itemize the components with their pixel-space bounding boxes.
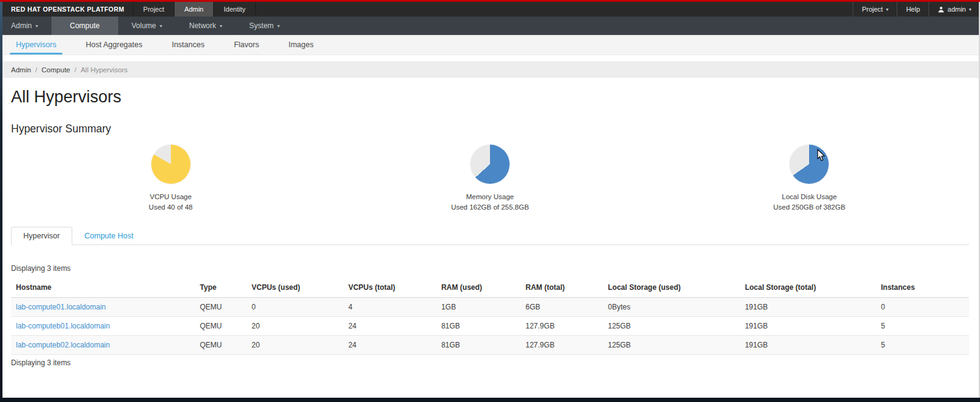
caret-down-icon: ▾ bbox=[160, 24, 162, 29]
breadcrumb-compute[interactable]: Compute bbox=[42, 66, 70, 74]
storage-used-cell: 125GB bbox=[603, 317, 741, 336]
storage-used-cell: 0Bytes bbox=[603, 298, 741, 317]
col-ram-used: RAM (used) bbox=[436, 278, 521, 298]
ram-total-cell: 6GB bbox=[521, 298, 603, 317]
page-title: All Hypervisors bbox=[11, 88, 969, 107]
pie-subtitle: Used 40 of 48 bbox=[149, 203, 193, 211]
vcpus-total-cell: 4 bbox=[344, 298, 437, 317]
ram-total-cell: 127.9GB bbox=[521, 317, 603, 336]
caret-down-icon: ▾ bbox=[36, 24, 38, 29]
type-cell: QEMU bbox=[195, 317, 246, 336]
pie-title: VCPU Usage bbox=[149, 193, 191, 200]
summary-heading: Hypervisor Summary bbox=[11, 123, 969, 135]
caret-down-icon: ▾ bbox=[886, 7, 888, 12]
storage-total-cell: 191GB bbox=[740, 317, 876, 336]
instances-cell: 5 bbox=[876, 336, 969, 355]
col-vcpus-total: VCPUs (total) bbox=[344, 278, 437, 298]
memory-usage-chart: Memory Usage Used 162GB of 255.8GB bbox=[330, 145, 649, 211]
nav-compute[interactable]: Compute bbox=[51, 17, 118, 35]
hostname-link[interactable]: lab-computeb02.localdomain bbox=[16, 341, 110, 349]
pie-subtitle: Used 250GB of 382GB bbox=[774, 203, 846, 211]
instances-cell: 0 bbox=[876, 298, 969, 317]
vcpus-used-cell: 0 bbox=[247, 298, 344, 317]
vcpus-total-cell: 24 bbox=[344, 336, 437, 355]
instances-cell: 5 bbox=[876, 317, 969, 336]
tab-compute-host[interactable]: Compute Host bbox=[72, 227, 146, 245]
vcpu-usage-pie bbox=[151, 145, 190, 184]
col-local-storage-total: Local Storage (total) bbox=[740, 278, 876, 298]
nav-admin[interactable]: Admin ▾ bbox=[0, 17, 51, 35]
table-row: lab-compute01.localdomain QEMU 0 4 1GB 6… bbox=[11, 298, 969, 317]
subnav-instances[interactable]: Instances bbox=[162, 35, 214, 55]
user-menu[interactable]: admin ▾ bbox=[929, 2, 980, 17]
window-bottom-frame bbox=[0, 398, 980, 402]
storage-total-cell: 191GB bbox=[740, 336, 876, 355]
hostname-cell: lab-computeb01.localdomain bbox=[11, 317, 195, 336]
vcpu-usage-chart: VCPU Usage Used 40 of 48 bbox=[11, 145, 330, 211]
col-ram-total: RAM (total) bbox=[521, 278, 603, 298]
ram-used-cell: 81GB bbox=[436, 336, 521, 355]
hypervisors-table: Hostname Type VCPUs (used) VCPUs (total)… bbox=[11, 278, 969, 355]
hostname-link[interactable]: lab-computeb01.localdomain bbox=[16, 322, 110, 330]
caret-down-icon: ▾ bbox=[277, 24, 280, 29]
top-bar: RED HAT OPENSTACK PLATFORM Project Admin… bbox=[0, 2, 980, 17]
local-disk-usage-pie bbox=[790, 145, 829, 184]
type-cell: QEMU bbox=[195, 298, 246, 317]
breadcrumb: Admin / Compute / All Hypervisors bbox=[0, 61, 980, 78]
item-count-bottom: Displaying 3 items bbox=[11, 358, 969, 367]
help-link[interactable]: Help bbox=[897, 2, 929, 17]
local-disk-usage-chart: Local Disk Usage Used 250GB of 382GB bbox=[650, 145, 969, 211]
subnav-hypervisors[interactable]: Hypervisors bbox=[6, 35, 66, 55]
storage-used-cell: 125GB bbox=[603, 336, 741, 355]
subnav-flavors[interactable]: Flavors bbox=[224, 35, 269, 55]
col-hostname: Hostname bbox=[11, 278, 195, 298]
context-tabs: Project Admin Identity bbox=[133, 2, 256, 17]
tab-identity[interactable]: Identity bbox=[214, 2, 255, 17]
sub-nav: Hypervisors Host Aggregates Instances Fl… bbox=[0, 35, 980, 55]
breadcrumb-separator: / bbox=[74, 66, 76, 74]
memory-usage-pie bbox=[470, 145, 510, 184]
table-row: lab-computeb01.localdomain QEMU 20 24 81… bbox=[11, 317, 969, 336]
caret-down-icon: ▾ bbox=[220, 24, 222, 29]
hypervisor-summary-charts: VCPU Usage Used 40 of 48 Memory Usage Us… bbox=[11, 145, 969, 211]
ram-used-cell: 1GB bbox=[436, 298, 521, 317]
nav-network[interactable]: Network ▾ bbox=[176, 17, 236, 35]
ram-total-cell: 127.9GB bbox=[521, 336, 603, 355]
nav-system[interactable]: System ▾ bbox=[236, 17, 293, 35]
top-bar-right: Project ▾ Help admin ▾ bbox=[853, 2, 980, 17]
pie-title: Memory Usage bbox=[466, 193, 514, 200]
ram-used-cell: 81GB bbox=[436, 317, 521, 336]
nav-volume[interactable]: Volume ▾ bbox=[118, 17, 176, 35]
breadcrumb-admin[interactable]: Admin bbox=[11, 66, 31, 74]
subnav-images[interactable]: Images bbox=[279, 35, 323, 55]
tab-admin[interactable]: Admin bbox=[175, 2, 214, 17]
main-nav: Admin ▾ Compute Volume ▾ Network ▾ Syste… bbox=[0, 17, 980, 35]
project-dropdown[interactable]: Project ▾ bbox=[853, 2, 897, 17]
pie-title: Local Disk Usage bbox=[782, 193, 837, 200]
hostname-cell: lab-computeb02.localdomain bbox=[11, 336, 195, 355]
table-header-row: Hostname Type VCPUs (used) VCPUs (total)… bbox=[11, 278, 969, 298]
vcpus-used-cell: 20 bbox=[247, 336, 344, 355]
vcpus-total-cell: 24 bbox=[344, 317, 437, 336]
col-local-storage-used: Local Storage (used) bbox=[603, 278, 741, 298]
breadcrumb-separator: / bbox=[36, 66, 37, 74]
brand-logo: RED HAT OPENSTACK PLATFORM bbox=[0, 2, 133, 17]
col-vcpus-used: VCPUs (used) bbox=[247, 278, 344, 298]
item-count-top: Displaying 3 items bbox=[11, 264, 969, 273]
tab-hypervisor[interactable]: Hypervisor bbox=[11, 227, 72, 245]
caret-down-icon: ▾ bbox=[969, 7, 971, 12]
hostname-link[interactable]: lab-compute01.localdomain bbox=[16, 303, 106, 311]
pie-subtitle: Used 162GB of 255.8GB bbox=[451, 203, 529, 211]
tab-project[interactable]: Project bbox=[134, 2, 175, 17]
table-row: lab-computeb02.localdomain QEMU 20 24 81… bbox=[11, 336, 969, 355]
subnav-host-aggregates[interactable]: Host Aggregates bbox=[76, 35, 152, 55]
window-left-frame bbox=[0, 2, 2, 402]
hostname-cell: lab-compute01.localdomain bbox=[11, 298, 195, 317]
breadcrumb-all-hypervisors: All Hypervisors bbox=[81, 66, 128, 74]
type-cell: QEMU bbox=[195, 336, 246, 355]
table-tabs: Hypervisor Compute Host bbox=[11, 227, 969, 245]
col-instances: Instances bbox=[876, 278, 969, 298]
storage-total-cell: 191GB bbox=[740, 298, 876, 317]
col-type: Type bbox=[195, 278, 246, 298]
user-icon bbox=[938, 6, 944, 13]
